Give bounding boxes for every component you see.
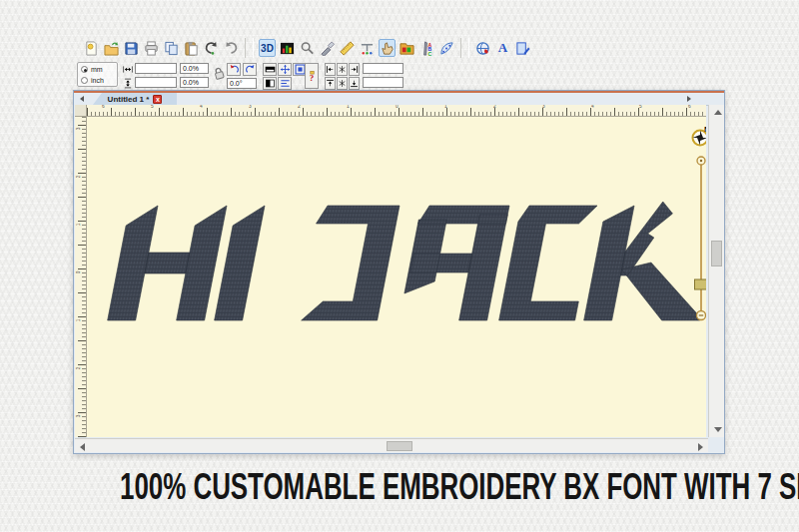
letter-k [584, 202, 706, 320]
ruler-corner [75, 105, 87, 117]
rotate-right-icon[interactable] [243, 63, 257, 76]
rotate-buttons [227, 63, 257, 76]
height-arrows-icon[interactable] [122, 78, 134, 90]
compass-north-label: N [704, 125, 706, 134]
tab-close-button[interactable]: x [153, 95, 162, 104]
svg-text:C: C [427, 51, 431, 56]
document-window: Untitled 1 * x 6543210123456 3210123 [73, 90, 725, 454]
scroll-right-icon[interactable] [698, 443, 703, 451]
ruler-number: 2 [76, 176, 81, 179]
tab-scroll-left-icon[interactable] [80, 96, 84, 102]
view-3d-icon[interactable]: 3D [259, 39, 276, 57]
ruler-number: 3 [541, 105, 544, 109]
letter-a-icon[interactable]: A [494, 39, 511, 57]
ruler-number: 6 [688, 105, 691, 109]
stitch-points-icon[interactable] [359, 39, 376, 57]
redo-rotate-icon[interactable] [223, 39, 240, 57]
undo-rotate-icon[interactable] [203, 39, 220, 57]
width-arrows-icon[interactable] [122, 63, 134, 75]
align-left-icon[interactable] [325, 63, 336, 76]
design-fan-icon[interactable] [438, 39, 455, 57]
globe-tool-icon[interactable] [474, 39, 491, 57]
unit-mm-radio[interactable]: mm [81, 64, 117, 75]
height-percent-input[interactable]: 0.0% [180, 77, 209, 88]
tab-label: Untitled 1 * [108, 95, 150, 104]
main-toolbar: 3DABCA [83, 36, 531, 60]
scroll-down-icon[interactable] [714, 427, 722, 432]
ruler-number: 3 [76, 415, 81, 418]
color-file-icon[interactable] [399, 39, 415, 57]
vertical-scrollbar[interactable] [708, 105, 724, 437]
print-icon[interactable] [143, 39, 160, 57]
rotation-input[interactable]: 0.0° [227, 78, 257, 89]
align-stitch-icon[interactable] [278, 77, 292, 90]
align-top-icon[interactable] [325, 77, 336, 90]
dimension-icons [122, 63, 134, 92]
hand-select-icon[interactable] [379, 39, 396, 57]
lettering-icon[interactable]: ABC [418, 39, 435, 57]
tab-untitled[interactable]: Untitled 1 * x [93, 93, 177, 105]
contrast-view-icon[interactable] [263, 77, 277, 90]
toolbar-separator [245, 38, 254, 58]
position-y-input[interactable] [363, 77, 403, 88]
align-right-icon[interactable] [349, 63, 360, 76]
unit-inch-label: inch [91, 77, 104, 84]
stitch-chart-icon[interactable] [279, 39, 296, 57]
ruler-number: 2 [76, 367, 81, 370]
open-folder-icon[interactable] [103, 39, 120, 57]
letter-j [298, 206, 400, 320]
ruler-number: 3 [76, 128, 81, 131]
scroll-up-icon[interactable] [714, 110, 722, 115]
ruler-number: 6 [102, 105, 105, 109]
paste-icon[interactable] [183, 39, 200, 57]
width-input[interactable] [135, 63, 177, 74]
v-ruler-major-ticks [78, 117, 86, 437]
ruler-number: 1 [76, 224, 81, 227]
letter-h [108, 206, 227, 320]
ruler-number: 3 [249, 105, 252, 109]
new-document-icon[interactable] [83, 39, 100, 57]
scroll-left-icon[interactable] [80, 443, 85, 451]
unit-mm-label: mm [91, 66, 103, 73]
radio-dot-inch[interactable] [81, 77, 88, 84]
ruler-number: 2 [298, 105, 301, 109]
help-icon[interactable]: ? [305, 63, 319, 89]
center-design-icon[interactable] [278, 63, 292, 76]
ruler-number: 0 [396, 105, 399, 109]
embroidery-design-hi-jack[interactable] [87, 117, 706, 437]
design-canvas[interactable]: N [87, 117, 706, 437]
letter-a [400, 206, 509, 320]
rotate-left-icon[interactable] [227, 63, 241, 76]
aspect-lock[interactable] [211, 64, 225, 86]
svg-text:?: ? [309, 72, 313, 81]
ruler-number: 4 [200, 105, 203, 109]
radio-dot-mm[interactable] [81, 66, 88, 73]
lock-icon[interactable] [211, 64, 228, 82]
align-middle-icon[interactable] [337, 77, 348, 90]
ruler-number: 1 [444, 105, 447, 109]
mirror-bar-icon[interactable] [263, 63, 277, 76]
align-bottom-icon[interactable] [349, 77, 360, 90]
save-icon[interactable] [123, 39, 140, 57]
toolbar-separator [460, 38, 469, 58]
horizontal-scrollbar[interactable] [75, 438, 708, 452]
view-buttons-row1 [263, 63, 307, 76]
unit-inch-radio[interactable]: inch [81, 75, 117, 86]
height-input[interactable] [135, 77, 177, 88]
letter-c [499, 206, 597, 320]
vertical-scroll-thumb[interactable] [711, 241, 722, 266]
units-groupbox: mm inch [77, 62, 118, 87]
position-x-input[interactable] [363, 63, 403, 74]
knife-icon[interactable] [319, 39, 336, 57]
align-center-icon[interactable] [337, 63, 348, 76]
measure-ruler-icon[interactable] [339, 39, 356, 57]
tab-scroll-right-icon[interactable] [687, 96, 691, 102]
slider-drag-handle [695, 279, 707, 289]
width-percent-input[interactable]: 0.0% [180, 63, 209, 74]
copy-icon[interactable] [163, 39, 180, 57]
doc-edit-icon[interactable] [514, 39, 531, 57]
zoom-magnifier-icon[interactable] [299, 39, 316, 57]
horizontal-scroll-thumb[interactable] [387, 441, 412, 451]
property-toolbar: mm inch 0.0% 0.0% 0.0° ? [77, 61, 406, 91]
size-slider[interactable] [693, 153, 706, 324]
